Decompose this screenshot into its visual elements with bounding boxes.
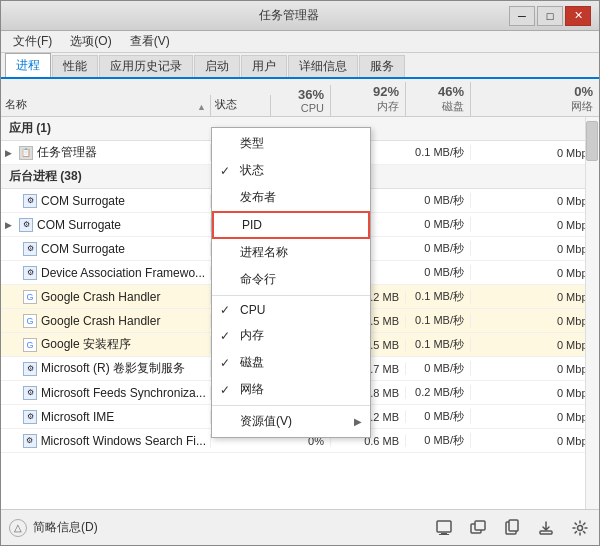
proc-disk: 0.1 MB/秒 <box>406 289 471 304</box>
tab-performance[interactable]: 性能 <box>52 55 98 77</box>
status-actions <box>433 517 591 539</box>
menu-options[interactable]: 选项(O) <box>62 31 119 52</box>
checkmark-icon: ✓ <box>220 303 230 317</box>
submenu-arrow-icon: ▶ <box>354 416 362 427</box>
proc-name: ▶ ⚙ Device Association Framewo... <box>1 266 211 280</box>
col-header-status[interactable]: 状态 <box>211 95 271 116</box>
proc-net: 0 Mbps <box>471 243 599 255</box>
settings-icon[interactable] <box>569 517 591 539</box>
tab-services[interactable]: 服务 <box>359 55 405 77</box>
svg-point-8 <box>578 525 583 530</box>
proc-net: 0 Mbps <box>471 411 599 423</box>
proc-net: 0 Mbps <box>471 267 599 279</box>
tabs-bar: 进程 性能 应用历史记录 启动 用户 详细信息 服务 <box>1 53 599 79</box>
ctx-separator-2 <box>212 405 370 406</box>
col-header-name[interactable]: 名称 ▲ <box>1 95 211 116</box>
sys-icon: ⚙ <box>23 194 37 208</box>
proc-disk: 0 MB/秒 <box>406 217 471 232</box>
proc-disk: 0 MB/秒 <box>406 433 471 448</box>
column-headers: 名称 ▲ 状态 36% CPU 92% 内存 46% 磁盘 0% 网络 <box>1 79 599 117</box>
col-header-disk[interactable]: 46% 磁盘 <box>406 82 471 116</box>
proc-name: ▶ G Google Crash Handler <box>1 314 211 328</box>
svg-rect-4 <box>475 521 485 530</box>
expand-icon[interactable]: ▶ <box>5 148 15 158</box>
export-icon[interactable] <box>535 517 557 539</box>
proc-net: 0 Mbps <box>471 147 599 159</box>
scrollbar-thumb[interactable] <box>586 121 598 161</box>
ctx-item-procname[interactable]: 进程名称 <box>212 239 370 266</box>
proc-disk: 0 MB/秒 <box>406 265 471 280</box>
menu-file[interactable]: 文件(F) <box>5 31 60 52</box>
svg-rect-6 <box>509 520 518 531</box>
tab-app-history[interactable]: 应用历史记录 <box>99 55 193 77</box>
maximize-button[interactable]: □ <box>537 6 563 26</box>
copy-icon[interactable] <box>501 517 523 539</box>
tab-startup[interactable]: 启动 <box>194 55 240 77</box>
app-icon: 📋 <box>19 146 33 160</box>
sys-icon: ⚙ <box>23 386 37 400</box>
ctx-item-publisher[interactable]: 发布者 <box>212 184 370 211</box>
task-icon[interactable] <box>433 517 455 539</box>
col-header-net[interactable]: 0% 网络 <box>471 82 599 116</box>
ctx-item-type[interactable]: 类型 <box>212 130 370 157</box>
ctx-item-cpu[interactable]: ✓ CPU <box>212 298 370 322</box>
proc-disk: 0.1 MB/秒 <box>406 337 471 352</box>
proc-net: 0 Mbps <box>471 219 599 231</box>
proc-net: 0 Mbps <box>471 363 599 375</box>
window-title: 任务管理器 <box>69 7 509 24</box>
proc-name: ▶ ⚙ Microsoft Feeds Synchroniza... <box>1 386 211 400</box>
title-bar: 任务管理器 ─ □ ✕ <box>1 1 599 31</box>
status-label[interactable]: 简略信息(D) <box>33 519 98 536</box>
proc-name: ▶ G Google 安装程序 <box>1 336 211 353</box>
proc-name: ▶ ⚙ COM Surrogate <box>1 242 211 256</box>
window-controls: ─ □ ✕ <box>509 6 591 26</box>
proc-net: 0 Mbps <box>471 315 599 327</box>
chrome-icon: G <box>23 338 37 352</box>
checkmark-icon: ✓ <box>220 164 230 178</box>
checkmark-icon: ✓ <box>220 329 230 343</box>
close-button[interactable]: ✕ <box>565 6 591 26</box>
tab-users[interactable]: 用户 <box>241 55 287 77</box>
menu-view[interactable]: 查看(V) <box>122 31 178 52</box>
col-header-cpu[interactable]: 36% CPU <box>271 85 331 116</box>
ctx-item-network[interactable]: ✓ 网络 <box>212 376 370 403</box>
minimize-button[interactable]: ─ <box>509 6 535 26</box>
ctx-item-status[interactable]: ✓ 状态 <box>212 157 370 184</box>
menu-bar: 文件(F) 选项(O) 查看(V) <box>1 31 599 53</box>
task-manager-window: 任务管理器 ─ □ ✕ 文件(F) 选项(O) 查看(V) 进程 性能 应用历史… <box>0 0 600 546</box>
svg-rect-7 <box>540 531 552 534</box>
tab-details[interactable]: 详细信息 <box>288 55 358 77</box>
expand-icon[interactable]: ▶ <box>5 220 15 230</box>
ctx-item-pid[interactable]: PID <box>212 211 370 239</box>
up-icon: △ <box>9 519 27 537</box>
ctx-item-resources[interactable]: 资源值(V) ▶ <box>212 408 370 435</box>
proc-net: 0 Mbps <box>471 339 599 351</box>
ctx-item-memory[interactable]: ✓ 内存 <box>212 322 370 349</box>
scrollbar[interactable] <box>585 117 599 509</box>
main-content: 名称 ▲ 状态 36% CPU 92% 内存 46% 磁盘 0% 网络 <box>1 79 599 509</box>
proc-disk: 0 MB/秒 <box>406 241 471 256</box>
proc-name: ▶ G Google Crash Handler <box>1 290 211 304</box>
proc-name: ▶ ⚙ Microsoft Windows Search Fi... <box>1 434 211 448</box>
proc-net: 0 Mbps <box>471 435 599 447</box>
sys-icon: ⚙ <box>23 362 37 376</box>
proc-name: ▶ 📋 任务管理器 <box>1 144 211 161</box>
proc-disk: 0.1 MB/秒 <box>406 145 471 160</box>
status-info: △ 简略信息(D) <box>9 519 98 537</box>
proc-name: ▶ ⚙ COM Surrogate <box>1 194 211 208</box>
proc-disk: 0 MB/秒 <box>406 193 471 208</box>
sys-icon: ⚙ <box>19 218 33 232</box>
context-menu: 类型 ✓ 状态 发布者 PID 进程名称 命令行 ✓ CPU <box>211 127 371 438</box>
svg-rect-0 <box>437 521 451 532</box>
chrome-icon: G <box>23 290 37 304</box>
restore-icon[interactable] <box>467 517 489 539</box>
ctx-item-cmdline[interactable]: 命令行 <box>212 266 370 293</box>
proc-disk: 0 MB/秒 <box>406 361 471 376</box>
tab-processes[interactable]: 进程 <box>5 53 51 77</box>
ctx-separator <box>212 295 370 296</box>
proc-disk: 0 MB/秒 <box>406 409 471 424</box>
status-bar: △ 简略信息(D) <box>1 509 599 545</box>
ctx-item-disk[interactable]: ✓ 磁盘 <box>212 349 370 376</box>
col-header-mem[interactable]: 92% 内存 <box>331 82 406 116</box>
proc-name: ▶ ⚙ Microsoft IME <box>1 410 211 424</box>
